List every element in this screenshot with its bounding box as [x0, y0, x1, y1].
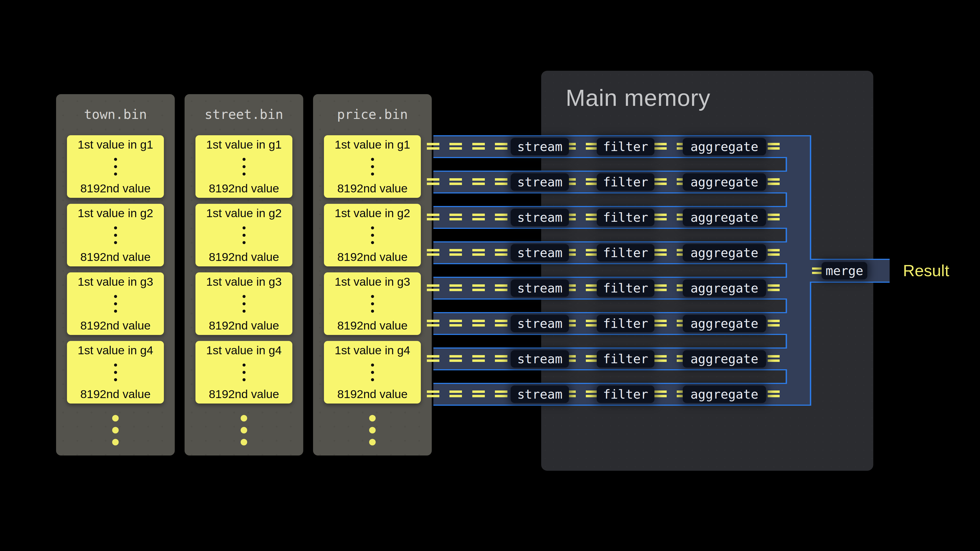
row-border-line — [433, 157, 787, 158]
ellipsis-dots — [371, 158, 374, 176]
block-last-value-label: 8192nd value — [80, 319, 151, 332]
ellipsis-dots — [243, 226, 245, 244]
stream-node: stream — [511, 209, 569, 226]
filter-node: filter — [597, 315, 654, 332]
file-more-dots — [241, 427, 247, 433]
value-block: 1st value in g38192nd value — [196, 272, 293, 335]
dot — [243, 364, 245, 367]
block-last-value-label: 8192nd value — [209, 182, 279, 195]
file-more-dots — [112, 427, 119, 433]
row-border-line — [433, 228, 787, 229]
block-first-value-label: 1st value in g1 — [334, 138, 410, 151]
stream-node: stream — [511, 138, 569, 156]
pipeline-row: streamfilteraggregate — [433, 171, 787, 194]
row-border-line — [433, 135, 787, 136]
dot — [243, 241, 245, 244]
pipeline-row: streamfilteraggregate — [433, 277, 787, 300]
dot — [243, 173, 245, 176]
value-block: 1st value in g38192nd value — [324, 272, 421, 335]
row-border-line — [433, 241, 787, 243]
file-card-header: town.bin — [56, 106, 175, 122]
dot — [114, 295, 117, 298]
pipeline-row: streamfilteraggregate — [433, 312, 787, 335]
block-first-value-label: 1st value in g1 — [206, 138, 282, 151]
row-border-line — [433, 348, 787, 349]
row-border-line — [433, 312, 787, 313]
dot — [243, 226, 245, 229]
dot — [371, 173, 374, 176]
row-border-line — [433, 299, 787, 300]
merge-band-border — [810, 259, 889, 260]
block-last-value-label: 8192nd value — [80, 250, 151, 264]
block-first-value-label: 1st value in g1 — [78, 138, 153, 151]
block-first-value-label: 1st value in g4 — [206, 344, 282, 357]
dot — [371, 226, 374, 229]
dot — [114, 226, 117, 229]
file-card: street.bin1st value in g18192nd value1st… — [185, 94, 303, 456]
file-more-dots — [241, 439, 247, 445]
ellipsis-dots — [243, 295, 245, 313]
dot — [371, 295, 374, 298]
dot — [243, 302, 245, 305]
pipeline-row: streamfilteraggregate — [433, 206, 787, 229]
row-border-line — [433, 263, 787, 264]
block-first-value-label: 1st value in g3 — [206, 275, 282, 288]
ellipsis-dots — [371, 226, 374, 244]
value-block: 1st value in g18192nd value — [67, 135, 164, 198]
aggregate-node: aggregate — [683, 138, 766, 156]
value-block: 1st value in g48192nd value — [196, 341, 293, 403]
dot — [371, 378, 374, 381]
row-border-line — [433, 369, 787, 370]
aggregate-node: aggregate — [683, 173, 766, 191]
stream-node: stream — [511, 173, 569, 191]
aggregate-node: aggregate — [683, 315, 766, 332]
pipeline-row: streamfilteraggregate — [433, 241, 787, 264]
block-last-value-label: 8192nd value — [337, 387, 407, 401]
stream-node: stream — [511, 279, 569, 297]
dot — [114, 310, 117, 313]
block-first-value-label: 1st value in g4 — [78, 344, 153, 357]
filter-node: filter — [597, 279, 654, 297]
aggregate-node: aggregate — [683, 350, 766, 368]
row-border-line — [433, 334, 787, 335]
ellipsis-dots — [114, 158, 117, 176]
pipeline-outer-border-bottom-edge — [787, 405, 811, 406]
ellipsis-dots — [371, 295, 374, 313]
block-first-value-label: 1st value in g2 — [206, 206, 282, 220]
block-last-value-label: 8192nd value — [337, 319, 407, 332]
file-more-dots — [369, 415, 375, 421]
pipeline-outer-border-top — [810, 135, 811, 259]
block-last-value-label: 8192nd value — [209, 319, 279, 332]
block-last-value-label: 8192nd value — [209, 250, 279, 264]
block-first-value-label: 1st value in g3 — [78, 275, 153, 288]
main-memory-title: Main memory — [566, 84, 711, 111]
file-more-dots — [369, 439, 375, 445]
block-first-value-label: 1st value in g2 — [78, 206, 153, 220]
file-more-dots — [112, 439, 119, 445]
filter-node: filter — [597, 350, 654, 368]
dot — [371, 310, 374, 313]
row-border-line — [433, 277, 787, 278]
block-last-value-label: 8192nd value — [80, 387, 151, 401]
filter-node: filter — [597, 173, 654, 191]
filter-node: filter — [597, 386, 654, 403]
row-border-line — [433, 383, 787, 384]
block-last-value-label: 8192nd value — [337, 182, 407, 195]
block-last-value-label: 8192nd value — [209, 387, 279, 401]
ellipsis-dots — [114, 226, 117, 244]
value-block: 1st value in g38192nd value — [67, 272, 164, 335]
merge-band-border — [810, 282, 889, 283]
dot — [114, 158, 117, 161]
pipeline-row: streamfilteraggregate — [433, 348, 787, 370]
pipeline-bus-strip — [787, 136, 810, 405]
stream-node: stream — [511, 315, 569, 332]
value-block: 1st value in g28192nd value — [196, 204, 293, 267]
filter-node: filter — [597, 244, 654, 262]
merge-node: merge — [822, 262, 867, 279]
block-first-value-label: 1st value in g2 — [334, 206, 410, 220]
block-last-value-label: 8192nd value — [337, 250, 407, 264]
diagram-stage: Main memory town.bin1st value in g18192n… — [0, 0, 980, 551]
dot — [114, 165, 117, 168]
dot — [114, 173, 117, 176]
file-card: town.bin1st value in g18192nd value1st v… — [56, 94, 175, 456]
